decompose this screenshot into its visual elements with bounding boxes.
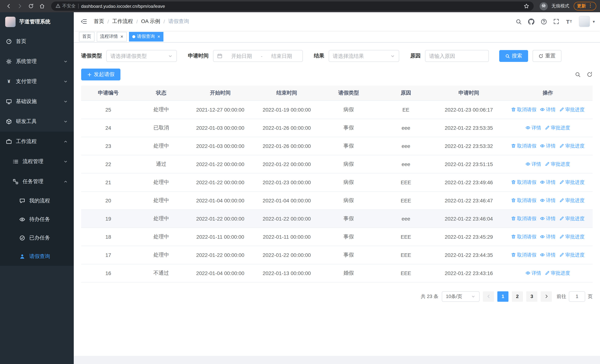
detail-link[interactable]: 详情 <box>540 197 555 204</box>
cancel-leave-link[interactable]: 取消请假 <box>511 233 536 240</box>
browser-back-icon[interactable] <box>4 1 13 11</box>
sidebar-item-infrastructure[interactable]: 基础设施 <box>0 92 74 112</box>
sidebar-item-devtools[interactable]: 研发工具 <box>0 112 74 131</box>
progress-link[interactable]: 审批进度 <box>559 106 584 113</box>
browser-menu-icon[interactable] <box>588 3 593 9</box>
next-page-button[interactable] <box>541 291 552 301</box>
result-select[interactable] <box>329 50 399 62</box>
apply-time-range[interactable]: - <box>213 50 303 62</box>
tab-close-icon[interactable]: × <box>157 34 160 39</box>
tab-process-detail[interactable]: 流程详情× <box>97 32 127 41</box>
tab-home[interactable]: 首页 <box>79 32 94 41</box>
cell-apply-time: 2022-01-22 23:45:29 <box>434 228 503 246</box>
detail-link[interactable]: 详情 <box>540 106 555 113</box>
cancel-leave-link[interactable]: 取消请假 <box>511 142 536 149</box>
cell-id: 21 <box>81 173 135 191</box>
breadcrumb-item[interactable]: OA 示例 <box>141 18 160 25</box>
page-button-1[interactable]: 1 <box>497 291 508 301</box>
progress-link[interactable]: 审批进度 <box>559 179 584 186</box>
cell-start-time: 2021-12-27 00:00:00 <box>187 101 253 119</box>
reset-button[interactable]: 重置 <box>533 50 562 62</box>
security-warning[interactable]: 不安全 <box>56 3 75 9</box>
pen-icon <box>559 198 564 203</box>
progress-link[interactable]: 审批进度 <box>545 124 570 131</box>
detail-link[interactable]: 详情 <box>525 270 541 276</box>
sidebar-item-leave-query[interactable]: 请假查询 <box>0 247 74 266</box>
sidebar-item-my-process[interactable]: 我的流程 <box>0 192 74 210</box>
breadcrumb-item[interactable]: 工作流程 <box>112 18 133 25</box>
font-size-icon[interactable]: TT <box>563 16 575 27</box>
list-icon <box>13 159 19 165</box>
breadcrumb-item[interactable]: 首页 <box>94 18 104 25</box>
reason-input[interactable] <box>429 53 485 59</box>
page-button-2[interactable]: 2 <box>512 291 523 301</box>
sidebar-item-task-mgmt[interactable]: 任务管理 <box>0 172 74 192</box>
trash-icon <box>511 107 516 112</box>
bookmark-star-icon[interactable] <box>524 3 529 9</box>
sidebar-item-done-task[interactable]: 已办任务 <box>0 229 74 247</box>
progress-link[interactable]: 审批进度 <box>559 197 584 204</box>
result-input[interactable] <box>333 53 388 59</box>
leave-type-select[interactable] <box>106 50 177 62</box>
cancel-leave-link[interactable]: 取消请假 <box>511 197 536 204</box>
page-button-3[interactable]: 3 <box>526 291 537 301</box>
progress-link[interactable]: 审批进度 <box>545 161 570 167</box>
detail-link[interactable]: 详情 <box>525 161 541 167</box>
goto-page-input[interactable] <box>569 291 585 301</box>
sidebar-item-home[interactable]: 首页 <box>0 31 74 52</box>
github-icon[interactable] <box>526 16 537 27</box>
progress-link[interactable]: 审批进度 <box>559 215 584 222</box>
end-date-input[interactable] <box>265 53 299 59</box>
detail-link[interactable]: 详情 <box>540 215 555 222</box>
detail-link[interactable]: 详情 <box>540 179 555 186</box>
sidebar-item-process-mgmt[interactable]: 流程管理 <box>0 152 74 172</box>
cancel-leave-link[interactable]: 取消请假 <box>511 106 536 113</box>
address-bar[interactable]: 不安全 dashboard.yudao.iocoder.cn/bpm/oa/le… <box>51 1 534 11</box>
action-label: 详情 <box>531 124 541 131</box>
cell-id: 16 <box>81 264 135 282</box>
sidebar-item-payment[interactable]: ¥支付管理 <box>0 72 74 92</box>
fullscreen-icon[interactable] <box>551 16 562 27</box>
cancel-leave-link[interactable]: 取消请假 <box>511 252 536 258</box>
tab-leave-query[interactable]: 请假查询× <box>129 32 163 41</box>
detail-link[interactable]: 详情 <box>540 233 555 240</box>
detail-link[interactable]: 详情 <box>540 252 555 258</box>
tab-close-icon[interactable]: × <box>121 34 123 39</box>
leave-type-input[interactable] <box>111 53 166 59</box>
browser-forward-icon[interactable] <box>15 1 24 11</box>
browser-home-icon[interactable] <box>37 1 47 11</box>
avatar[interactable] <box>579 16 590 27</box>
cell-start-time: 2022-01-22 00:00:00 <box>187 155 253 173</box>
action-label: 审批进度 <box>565 233 584 240</box>
progress-link[interactable]: 审批进度 <box>559 252 584 258</box>
browser-reload-icon[interactable] <box>26 1 36 11</box>
update-button[interactable]: 更新 <box>574 2 596 10</box>
reason-field[interactable] <box>425 50 489 62</box>
detail-link[interactable]: 详情 <box>540 142 555 149</box>
cell-actions: 取消请假详情审批进度 <box>503 191 593 209</box>
search-button[interactable]: 搜索 <box>499 50 528 62</box>
create-leave-button[interactable]: 发起请假 <box>81 69 121 80</box>
prev-page-button[interactable] <box>483 291 494 301</box>
start-date-input[interactable] <box>225 53 259 59</box>
tab-label: 流程详情 <box>100 33 118 40</box>
app-logo[interactable]: 芋道管理系统 <box>0 12 74 31</box>
toggle-search-icon[interactable] <box>575 72 581 77</box>
detail-link[interactable]: 详情 <box>525 124 541 131</box>
sidebar-item-workflow[interactable]: 工作流程 <box>0 131 74 152</box>
sidebar-item-system[interactable]: 系统管理 <box>0 52 74 72</box>
progress-link[interactable]: 审批进度 <box>545 270 570 276</box>
cancel-leave-link[interactable]: 取消请假 <box>511 215 536 222</box>
table-refresh-icon[interactable] <box>587 72 593 77</box>
cell-end-time: 2022-01-22 00:00:00 <box>253 246 320 264</box>
sidebar-item-todo-task[interactable]: 待办任务 <box>0 210 74 229</box>
page-size-select[interactable]: 10条/页 <box>442 291 479 301</box>
avatar-caret-icon[interactable]: ▾ <box>593 19 595 24</box>
cancel-leave-link[interactable]: 取消请假 <box>511 179 536 186</box>
cell-id: 18 <box>81 228 135 246</box>
sidebar-toggle-icon[interactable] <box>79 17 89 26</box>
progress-link[interactable]: 审批进度 <box>559 233 584 240</box>
progress-link[interactable]: 审批进度 <box>559 142 584 149</box>
header-search-icon[interactable] <box>513 16 524 27</box>
help-icon[interactable] <box>538 16 549 27</box>
